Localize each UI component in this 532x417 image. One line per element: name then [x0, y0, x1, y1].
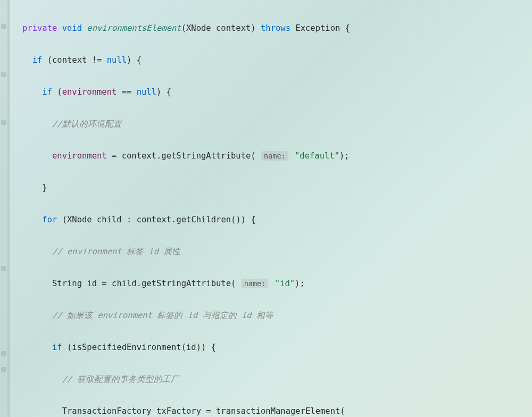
code-line: private void environmentsElement(XNode c… — [22, 20, 450, 36]
code-line: //默认的环境配置 — [22, 116, 450, 132]
param-hint-name: name: — [261, 151, 288, 161]
keyword-for: for — [42, 215, 57, 224]
gutter-fold-marker[interactable] — [1, 24, 6, 29]
keyword-null: null — [107, 55, 127, 65]
field-environment: environment — [62, 87, 117, 97]
code-line: if (isSpecifiedEnvironment(id)) { — [22, 339, 450, 355]
code-line: environment = context.getStringAttribute… — [22, 148, 450, 164]
gutter-fold-marker[interactable] — [1, 367, 6, 372]
code-line: // 获取配置的事务类型的工厂 — [22, 371, 450, 387]
fold-indent-line — [7, 0, 10, 417]
gutter-fold-marker[interactable] — [1, 72, 6, 77]
keyword-if: if — [42, 87, 52, 97]
string-default: "default" — [295, 151, 339, 161]
code-line: TransactionFactory txFactory = transacti… — [22, 403, 450, 417]
code-line: String id = child.getStringAttribute( na… — [22, 276, 450, 291]
code-line: // environment 标签 id 属性 — [22, 244, 450, 260]
code-line: for (XNode child : context.getChildren()… — [22, 212, 450, 228]
gutter-fold-marker[interactable] — [1, 266, 6, 271]
keyword-void: void — [62, 23, 82, 33]
param-hint-name: name: — [242, 279, 269, 288]
code-line: // 如果该 environment 标签的 id 与指定的 id 相等 — [22, 307, 450, 323]
keyword-private: private — [22, 23, 57, 33]
code-line: if (context != null) { — [22, 52, 450, 68]
keyword-if: if — [32, 55, 43, 65]
comment: // 获取配置的事务类型的工厂 — [62, 374, 179, 384]
comment: // environment 标签 id 属性 — [52, 247, 180, 256]
gutter — [0, 0, 10, 417]
code-editor[interactable]: private void environmentsElement(XNode c… — [0, 0, 532, 417]
code-line: } — [22, 180, 450, 196]
code-line: if (environment == null) { — [22, 84, 450, 100]
gutter-fold-marker[interactable] — [1, 351, 6, 356]
method-name: environmentsElement — [87, 23, 181, 33]
comment: // 如果该 environment 标签的 id 与指定的 id 相等 — [52, 311, 273, 320]
comment: //默认的环境配置 — [52, 119, 122, 129]
gutter-fold-marker[interactable] — [1, 120, 6, 125]
string-id: "id" — [275, 279, 295, 288]
keyword-throws: throws — [261, 23, 290, 33]
code-area[interactable]: private void environmentsElement(XNode c… — [10, 0, 450, 417]
